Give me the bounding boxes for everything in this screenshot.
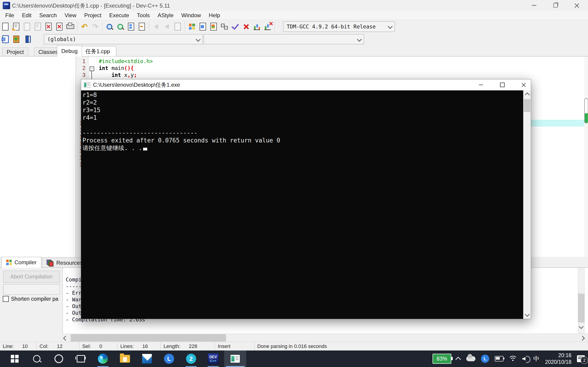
close-button[interactable]: [570, 0, 584, 11]
console-line: --------------------------------: [82, 129, 198, 137]
redo-icon[interactable]: ↷: [90, 21, 101, 32]
close-all-icon[interactable]: [54, 21, 65, 32]
incremental-search-icon[interactable]: [137, 21, 147, 32]
shorten-paths-checkbox[interactable]: [3, 296, 9, 302]
console-line: 请按任意键继续. . .: [82, 144, 147, 152]
goto-declaration-icon[interactable]: [172, 21, 183, 32]
menu-edit[interactable]: Edit: [18, 12, 35, 19]
menu-file[interactable]: File: [1, 12, 18, 19]
horizontal-scrollbar-thumb[interactable]: [71, 334, 226, 342]
volume-icon[interactable]: [522, 357, 528, 361]
taskbar-file-explorer[interactable]: [114, 350, 136, 367]
scroll-down-icon[interactable]: [525, 312, 530, 317]
goto-definition-icon[interactable]: [0, 34, 11, 44]
delete-profiling-icon[interactable]: [262, 21, 273, 32]
abort-icon[interactable]: [241, 21, 251, 32]
ime-indicator[interactable]: 中: [533, 355, 540, 363]
globals-select[interactable]: (globals): [44, 34, 203, 44]
undo-icon[interactable]: ↶: [79, 21, 90, 32]
profile-icon[interactable]: [251, 21, 262, 32]
new-file-icon[interactable]: [0, 21, 11, 32]
battery-icon[interactable]: [495, 356, 503, 361]
tab-resources[interactable]: Resources: [42, 258, 87, 268]
taskbar-mail[interactable]: [136, 350, 158, 367]
scroll-right-icon[interactable]: [581, 336, 584, 340]
onedrive-icon[interactable]: [466, 356, 476, 361]
start-button[interactable]: [4, 350, 26, 367]
menu-help[interactable]: Help: [205, 12, 224, 19]
goto-line-icon[interactable]: [126, 21, 137, 32]
minimize-button[interactable]: [527, 0, 541, 11]
find-icon[interactable]: [104, 21, 115, 32]
taskbar-console-window[interactable]: [224, 350, 246, 367]
compile-and-run-icon[interactable]: [208, 21, 219, 32]
menu-tools[interactable]: Tools: [133, 12, 154, 19]
console-titlebar[interactable]: C:\Users\lenovo\Desktop\任务1.exe: [81, 79, 531, 90]
console-scrollbar[interactable]: [523, 90, 531, 319]
menu-execute[interactable]: Execute: [105, 12, 133, 19]
members-select[interactable]: [204, 34, 364, 44]
log-scrollbar-thumb[interactable]: [578, 294, 585, 323]
console-line: r4=1: [82, 114, 97, 122]
status-message: Done parsing in 0.016 seconds: [254, 342, 588, 351]
line-number: 3: [76, 72, 86, 78]
tray-expand-icon[interactable]: [456, 357, 461, 362]
run-icon[interactable]: [197, 21, 208, 32]
taskbar-cortana[interactable]: [48, 350, 70, 367]
syntax-check-icon[interactable]: [230, 21, 241, 32]
editor-scrollbar[interactable]: [584, 56, 588, 257]
notification-icon[interactable]: 2: [577, 355, 585, 362]
pause-icon[interactable]: [22, 34, 32, 44]
scroll-up-icon[interactable]: [525, 92, 530, 97]
back-icon[interactable]: [151, 21, 162, 32]
taskbar-teal-app[interactable]: 2: [180, 350, 202, 367]
compiler-select-value: TDM-GCC 4.9.2 64-bit Release: [287, 24, 376, 30]
tab-project[interactable]: Project: [2, 48, 28, 56]
taskbar-search[interactable]: [26, 350, 48, 367]
taskbar-clock-app[interactable]: L: [158, 350, 180, 367]
menu-search[interactable]: Search: [35, 12, 61, 19]
tab-compiler[interactable]: Compiler: [1, 257, 41, 268]
save-all-icon[interactable]: [32, 21, 43, 32]
print-icon[interactable]: [65, 21, 76, 32]
close-file-icon[interactable]: [43, 21, 54, 32]
open-file-icon[interactable]: [11, 21, 22, 32]
fold-toggle-icon[interactable]: -: [90, 67, 94, 71]
horizontal-scrollbar[interactable]: [62, 334, 588, 342]
clock[interactable]: 20:16 2020/10/18: [545, 352, 571, 365]
menu-project[interactable]: Project: [80, 12, 105, 19]
fold-line: [91, 71, 92, 79]
rebuild-all-icon[interactable]: [219, 21, 230, 32]
abort-compilation-button[interactable]: Abort Compilation: [3, 271, 60, 283]
menu-astyle[interactable]: AStyle: [154, 12, 177, 19]
replace-icon[interactable]: [115, 21, 126, 32]
scroll-left-icon[interactable]: [64, 336, 67, 340]
console-minimize-button[interactable]: [474, 79, 488, 90]
console-cursor: [143, 148, 147, 150]
wifi-icon[interactable]: [509, 356, 517, 362]
scroll-indicator[interactable]: [584, 98, 588, 123]
taskbar-devcpp[interactable]: DEVC++: [202, 350, 224, 367]
taskbar-edge[interactable]: [92, 350, 114, 367]
console-output[interactable]: r1=8 r2=2 r3=15 r4=1 -------------------…: [81, 90, 523, 319]
tab-debug[interactable]: Debug: [57, 46, 82, 56]
console-close-button[interactable]: [517, 79, 531, 90]
console-maximize-button[interactable]: [495, 79, 510, 90]
taskbar-task-view[interactable]: [70, 350, 92, 367]
restore-button[interactable]: [548, 0, 562, 11]
scroll-down-icon[interactable]: [579, 325, 583, 328]
edge-icon: [98, 354, 108, 364]
compiler-select[interactable]: TDM-GCC 4.9.2 64-bit Release: [283, 21, 395, 32]
code-line-3: int x,y;: [99, 72, 137, 78]
add-watch-icon[interactable]: [11, 34, 22, 44]
editor-tab[interactable]: 任务1.cpp: [79, 46, 116, 56]
compile-icon[interactable]: [187, 21, 197, 32]
console-scrollbar-thumb[interactable]: [524, 99, 530, 112]
console-window[interactable]: C:\Users\lenovo\Desktop\任务1.exe r1=8 r2=…: [81, 79, 531, 319]
menu-view[interactable]: View: [61, 12, 80, 19]
battery-percent-badge[interactable]: 83%: [432, 354, 451, 364]
menu-window[interactable]: Window: [178, 12, 205, 19]
clock-app-tray-icon[interactable]: L: [481, 355, 489, 363]
forward-icon[interactable]: [162, 21, 172, 32]
save-icon[interactable]: [22, 21, 32, 32]
